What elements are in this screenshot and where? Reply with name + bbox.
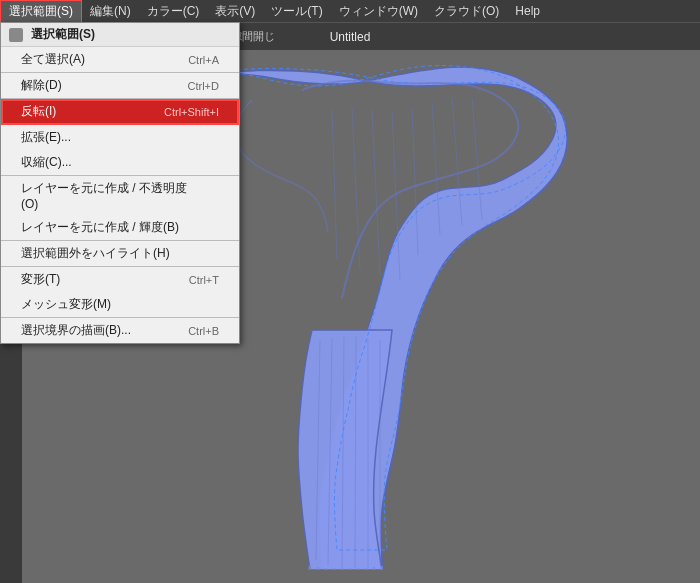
menu-item-layer-opacity[interactable]: レイヤーを元に作成 / 不透明度(O) [1, 176, 239, 215]
header-icon [9, 28, 23, 42]
menu-item-expand[interactable]: 拡張(E)... [1, 125, 239, 150]
menu-edit[interactable]: 編集(N) [82, 1, 139, 22]
menu-window[interactable]: ウィンドウ(W) [331, 1, 426, 22]
menu-item-select-all[interactable]: 全て選択(A) Ctrl+A [1, 47, 239, 73]
svg-line-19 [349, 568, 350, 570]
svg-line-0 [332, 110, 337, 260]
menubar: 選択範囲(S) 編集(N) カラー(C) 表示(V) ツール(T) ウィンドウ(… [0, 0, 700, 22]
menu-header: 選択範囲(S) [1, 23, 239, 47]
menu-item-draw-border[interactable]: 選択境界の描画(B)... Ctrl+B [1, 318, 239, 343]
svg-line-14 [307, 565, 310, 570]
menu-help[interactable]: Help [507, 2, 548, 20]
menu-color[interactable]: カラー(C) [139, 1, 208, 22]
svg-line-23 [381, 566, 382, 570]
menu-item-shrink[interactable]: 収縮(C)... [1, 150, 239, 176]
document-title: Untitled [330, 30, 371, 44]
menu-select-range[interactable]: 選択範囲(S) [0, 0, 82, 23]
svg-line-20 [357, 568, 358, 570]
svg-line-21 [365, 568, 366, 570]
menu-tool[interactable]: ツール(T) [263, 1, 330, 22]
menu-item-invert[interactable]: 反転(I) Ctrl+Shift+I [1, 99, 239, 125]
svg-line-22 [373, 567, 374, 570]
select-range-menu: 選択範囲(S) 全て選択(A) Ctrl+A 解除(D) Ctrl+D 反転(I… [0, 22, 240, 344]
menu-item-transform[interactable]: 変形(T) Ctrl+T [1, 267, 239, 292]
menu-cloud[interactable]: クラウド(O) [426, 1, 507, 22]
menu-item-layer-luminance[interactable]: レイヤーを元に作成 / 輝度(B) [1, 215, 239, 241]
menu-view[interactable]: 表示(V) [207, 1, 263, 22]
menu-item-highlight-outside[interactable]: 選択範囲外をハイライト(H) [1, 241, 239, 267]
menu-item-mesh-transform[interactable]: メッシュ変形(M) [1, 292, 239, 318]
menu-item-deselect[interactable]: 解除(D) Ctrl+D [1, 73, 239, 99]
svg-line-2 [372, 110, 380, 275]
